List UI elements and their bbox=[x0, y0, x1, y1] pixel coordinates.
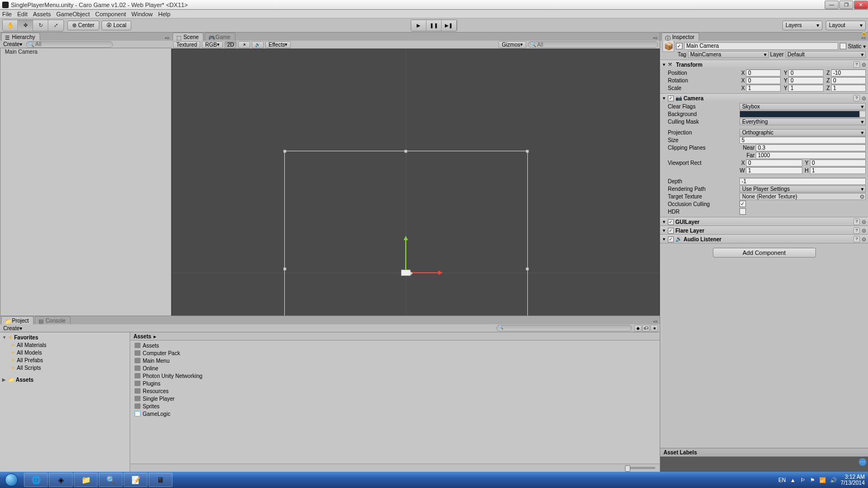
favorite-item[interactable]: ★All Materials bbox=[0, 341, 130, 349]
system-tray[interactable]: EN ▲ 🏳 ⚑ 📶 🔊 3:12 AM7/13/2014 bbox=[778, 474, 868, 486]
audiolistener-enabled-checkbox[interactable] bbox=[668, 236, 674, 242]
rotation-x-field[interactable]: 0 bbox=[746, 77, 781, 84]
scene-search[interactable]: 🔍All bbox=[528, 41, 658, 48]
asset-item[interactable]: Single Player bbox=[132, 395, 658, 402]
audiolistener-header[interactable]: ▼🔊Audio Listener?⚙ bbox=[660, 235, 868, 243]
taskbar-app[interactable]: 🖥 bbox=[149, 473, 173, 487]
rotate-tool[interactable]: ↻ bbox=[33, 20, 48, 31]
projection-dropdown[interactable]: Orthographic▾ bbox=[739, 129, 866, 136]
menu-window[interactable]: Window bbox=[131, 11, 152, 17]
chevron-down-icon[interactable]: ▾ bbox=[863, 43, 866, 49]
tray-volume-icon[interactable]: 🔊 bbox=[830, 477, 837, 483]
pivot-center-toggle[interactable]: ⊕Center bbox=[67, 21, 99, 30]
assets-root[interactable]: ▶📁Assets bbox=[0, 376, 130, 383]
gizmo-y-arrow[interactable] bbox=[405, 239, 406, 273]
fold-icon[interactable]: ▼ bbox=[662, 62, 666, 67]
start-button[interactable] bbox=[0, 472, 23, 488]
panel-menu-icon[interactable]: ▪≡ bbox=[652, 319, 659, 324]
camera-icon[interactable] bbox=[401, 269, 411, 276]
gameobject-name-field[interactable]: Main Camera bbox=[684, 42, 838, 50]
position-x-field[interactable]: 0 bbox=[746, 69, 781, 76]
camera-enabled-checkbox[interactable] bbox=[668, 95, 674, 101]
asset-item[interactable]: Plugins bbox=[132, 380, 658, 387]
taskbar-unity[interactable]: ◈ bbox=[49, 473, 73, 487]
menu-component[interactable]: Component bbox=[95, 11, 126, 17]
project-tree[interactable]: ▼★Favorites ★All Materials ★All Models ★… bbox=[0, 332, 130, 472]
layer-dropdown[interactable]: Default▾ bbox=[786, 51, 866, 58]
scale-tool[interactable]: ⤢ bbox=[48, 20, 63, 31]
minimize-button[interactable]: — bbox=[825, 1, 839, 9]
hierarchy-create-dropdown[interactable]: Create ▾ bbox=[2, 41, 24, 48]
background-color-field[interactable] bbox=[739, 111, 866, 118]
tab-console[interactable]: ▤Console bbox=[35, 316, 71, 324]
static-checkbox[interactable] bbox=[840, 43, 846, 49]
scale-y-field[interactable]: 1 bbox=[788, 85, 823, 92]
pivot-local-toggle[interactable]: ⦿Local bbox=[101, 21, 131, 30]
search-by-label-button[interactable]: 🏷 bbox=[642, 325, 650, 332]
flarelayer-header[interactable]: ▼Flare Layer?⚙ bbox=[660, 226, 868, 234]
tab-game[interactable]: 🎮Game bbox=[205, 33, 235, 41]
effects-dropdown[interactable]: Effects ▾ bbox=[265, 41, 291, 48]
near-field[interactable]: 0.3 bbox=[756, 144, 866, 151]
asset-item[interactable]: Computer Pack bbox=[132, 349, 658, 357]
gear-icon[interactable]: ⚙ bbox=[861, 95, 866, 101]
panel-menu-icon[interactable]: ▪≡ bbox=[164, 35, 170, 41]
guilayer-enabled-checkbox[interactable] bbox=[668, 219, 674, 225]
menu-assets[interactable]: Assets bbox=[33, 11, 51, 17]
project-search[interactable] bbox=[496, 325, 632, 331]
layers-dropdown[interactable]: Layers▾ bbox=[782, 21, 822, 30]
tab-hierarchy[interactable]: ☰Hierarchy bbox=[1, 33, 40, 41]
project-create-dropdown[interactable]: Create ▾ bbox=[2, 325, 24, 331]
tray-network-icon[interactable]: 🏳 bbox=[800, 477, 806, 483]
menu-help[interactable]: Help bbox=[158, 11, 170, 17]
save-search-button[interactable]: ★ bbox=[650, 325, 658, 332]
gizmos-dropdown[interactable]: Gizmos ▾ bbox=[499, 41, 526, 48]
target-texture-slot[interactable]: None (Render Texture)⊙ bbox=[739, 193, 866, 200]
panel-menu-icon[interactable]: 🔒 ▪≡ bbox=[860, 30, 867, 41]
gear-icon[interactable]: ⚙ bbox=[861, 219, 866, 225]
search-by-type-button[interactable]: ◆ bbox=[634, 325, 642, 332]
favorites-header[interactable]: ▼★Favorites bbox=[0, 333, 130, 341]
asset-item[interactable]: Assets bbox=[132, 342, 658, 349]
favorite-item[interactable]: ★All Models bbox=[0, 349, 130, 356]
asset-item[interactable]: GameLogic bbox=[132, 410, 658, 418]
tab-scene[interactable]: ⬚Scene bbox=[173, 33, 203, 41]
rendering-path-dropdown[interactable]: Use Player Settings▾ bbox=[739, 185, 866, 192]
audio-toggle[interactable]: 🔊 bbox=[252, 41, 264, 48]
add-component-button[interactable]: Add Component bbox=[713, 248, 816, 258]
size-field[interactable]: 5 bbox=[739, 137, 866, 144]
taskbar-app[interactable]: 🔍 bbox=[99, 473, 123, 487]
project-asset-list[interactable]: AssetsComputer PackMain MenuOnlinePhoton… bbox=[130, 341, 660, 464]
rotation-y-field[interactable]: 0 bbox=[788, 77, 823, 84]
favorite-item[interactable]: ★All Prefabs bbox=[0, 356, 130, 364]
scale-x-field[interactable]: 1 bbox=[746, 85, 781, 92]
gameobject-icon[interactable]: 📦 bbox=[662, 41, 674, 52]
help-icon[interactable]: ? bbox=[853, 61, 860, 68]
tray-wifi-icon[interactable]: 📶 bbox=[819, 477, 826, 483]
viewport-x-field[interactable]: 0 bbox=[746, 159, 802, 166]
camera-header[interactable]: ▼ 📷 Camera ? ⚙ bbox=[660, 94, 868, 102]
help-icon[interactable]: ? bbox=[853, 227, 860, 234]
tag-dropdown[interactable]: MainCamera▾ bbox=[688, 51, 768, 58]
favorite-item[interactable]: ★All Scripts bbox=[0, 364, 130, 371]
language-indicator[interactable]: EN bbox=[778, 477, 786, 483]
hand-tool[interactable]: ✋ bbox=[3, 20, 18, 31]
position-z-field[interactable]: -10 bbox=[831, 69, 866, 76]
taskbar-explorer[interactable]: 📁 bbox=[74, 473, 98, 487]
asset-item[interactable]: Sprites bbox=[132, 402, 658, 410]
gear-icon[interactable]: ⚙ bbox=[861, 236, 866, 242]
viewport-w-field[interactable]: 1 bbox=[746, 167, 802, 174]
gear-icon[interactable]: ⚙ bbox=[861, 228, 866, 234]
gear-icon[interactable]: ⚙ bbox=[861, 62, 866, 68]
panel-menu-icon[interactable]: ▪≡ bbox=[652, 35, 659, 41]
move-tool[interactable]: ✥ bbox=[18, 20, 33, 31]
thumbnail-size-slider[interactable] bbox=[625, 467, 655, 469]
menu-gameobject[interactable]: GameObject bbox=[56, 11, 90, 17]
position-y-field[interactable]: 0 bbox=[788, 69, 823, 76]
guilayer-header[interactable]: ▼GUILayer?⚙ bbox=[660, 217, 868, 226]
asset-item[interactable]: Resources bbox=[132, 387, 658, 395]
transform-header[interactable]: ▼ ⤧ Transform ? ⚙ bbox=[660, 60, 868, 68]
tray-action-icon[interactable]: ⚑ bbox=[810, 477, 815, 483]
asset-item[interactable]: Main Menu bbox=[132, 357, 658, 364]
layout-dropdown[interactable]: Layout▾ bbox=[826, 21, 866, 30]
